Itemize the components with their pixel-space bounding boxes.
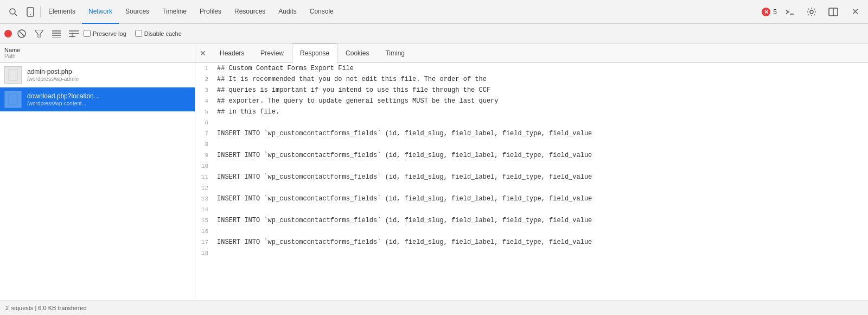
svg-point-0	[10, 9, 15, 14]
table-row: 18	[195, 248, 868, 259]
line-number: 7	[195, 128, 215, 139]
file-item-download[interactable]: download.php?location... /wordpress/wp-c…	[0, 87, 195, 112]
dock-icon[interactable]	[825, 3, 842, 21]
line-code: ## exporter. The query to update general…	[215, 96, 868, 106]
tab-console[interactable]: Console	[303, 0, 340, 24]
tab-elements[interactable]: Elements	[42, 0, 82, 24]
line-code	[215, 161, 868, 172]
sub-tabs: ✕ Headers Preview Response Cookies Timin…	[195, 43, 868, 63]
code-view[interactable]: 1## Custom Contact Forms Export File2## …	[195, 63, 868, 300]
line-code: ## queries is important if you intend to…	[215, 85, 868, 96]
line-code: INSERT INTO `wp_customcontactforms_field…	[215, 172, 868, 182]
sub-tab-timing[interactable]: Timing	[377, 43, 413, 63]
line-code: ## Custom Contact Forms Export File	[215, 63, 868, 74]
view-list-button[interactable]	[49, 26, 64, 41]
line-code	[215, 117, 868, 128]
line-number: 8	[195, 139, 215, 150]
code-table: 1## Custom Contact Forms Export File2## …	[195, 63, 868, 259]
preserve-log-checkbox[interactable]	[84, 30, 91, 37]
main-toolbar: Elements Network Sources Timeline Profil…	[0, 0, 868, 24]
toolbar-right: ✕ 5 ✕	[761, 3, 864, 21]
record-button[interactable]	[4, 30, 12, 37]
svg-marker-12	[35, 30, 43, 37]
sub-tab-preview[interactable]: Preview	[252, 43, 292, 63]
file-header: Name Path	[0, 43, 195, 63]
search-icon[interactable]	[4, 3, 22, 21]
line-number: 6	[195, 117, 215, 128]
file-icon-admin-post	[4, 66, 22, 84]
console-prompt-icon[interactable]	[781, 3, 799, 21]
sub-tab-cookies[interactable]: Cookies	[337, 43, 377, 63]
tab-profiles[interactable]: Profiles	[193, 0, 228, 24]
sub-tab-headers[interactable]: Headers	[212, 43, 252, 63]
line-code	[215, 204, 868, 215]
file-path-admin-post: /wordpress/wp-admin	[27, 76, 79, 82]
sub-tab-response[interactable]: Response	[292, 43, 337, 63]
table-row: 8	[195, 139, 868, 150]
line-code: INSERT INTO `wp_customcontactforms_field…	[215, 150, 868, 161]
right-panel: ✕ Headers Preview Response Cookies Timin…	[195, 43, 868, 300]
svg-text:✕: ✕	[764, 9, 769, 15]
table-row: 15INSERT INTO `wp_customcontactforms_fie…	[195, 215, 868, 226]
svg-point-7	[810, 10, 813, 14]
table-row: 3## queries is important if you intend t…	[195, 85, 868, 96]
table-row: 4## exporter. The query to update genera…	[195, 96, 868, 106]
line-number: 9	[195, 150, 215, 161]
main-content: Name Path admin-post.php /wordpress/wp-a…	[0, 43, 868, 300]
line-number: 3	[195, 85, 215, 96]
file-path-download: /wordpress/wp-content...	[27, 100, 99, 106]
preserve-view-button[interactable]	[66, 26, 81, 41]
table-row: 1## Custom Contact Forms Export File	[195, 63, 868, 74]
table-row: 16	[195, 226, 868, 237]
table-row: 10	[195, 161, 868, 172]
line-number: 4	[195, 96, 215, 106]
settings-icon[interactable]	[803, 3, 820, 21]
file-info-admin-post: admin-post.php /wordpress/wp-admin	[27, 68, 79, 82]
tab-audits[interactable]: Audits	[272, 0, 303, 24]
line-code	[215, 226, 868, 237]
tab-sources[interactable]: Sources	[119, 0, 156, 24]
close-panel-button[interactable]: ✕	[200, 49, 206, 58]
clear-button[interactable]	[14, 26, 29, 41]
table-row: 13INSERT INTO `wp_customcontactforms_fie…	[195, 193, 868, 204]
line-number: 12	[195, 182, 215, 193]
filter-button[interactable]	[31, 26, 47, 41]
table-row: 5## in this file.	[195, 106, 868, 117]
svg-rect-21	[9, 70, 17, 80]
tab-network[interactable]: Network	[82, 0, 119, 24]
line-number: 16	[195, 226, 215, 237]
tab-timeline[interactable]: Timeline	[156, 0, 193, 24]
mobile-icon[interactable]	[22, 3, 39, 21]
table-row: 14	[195, 204, 868, 215]
line-code	[215, 182, 868, 193]
svg-line-11	[20, 32, 24, 36]
line-code: INSERT INTO `wp_customcontactforms_field…	[215, 237, 868, 248]
table-row: 11INSERT INTO `wp_customcontactforms_fie…	[195, 172, 868, 182]
line-number: 11	[195, 172, 215, 182]
disable-cache-label[interactable]: Disable cache	[135, 30, 182, 37]
disable-cache-checkbox[interactable]	[135, 30, 142, 37]
preserve-log-label[interactable]: Preserve log	[84, 30, 126, 37]
line-number: 13	[195, 193, 215, 204]
line-number: 2	[195, 74, 215, 85]
file-icon-download	[4, 91, 22, 108]
table-row: 9INSERT INTO `wp_customcontactforms_fiel…	[195, 150, 868, 161]
header-path-label: Path	[4, 53, 20, 59]
line-code	[215, 139, 868, 150]
file-item-admin-post[interactable]: admin-post.php /wordpress/wp-admin	[0, 63, 195, 87]
file-name-admin-post: admin-post.php	[27, 68, 79, 75]
close-icon[interactable]: ✕	[846, 3, 864, 21]
error-circle-icon: ✕	[761, 7, 771, 17]
table-row: 6	[195, 117, 868, 128]
tab-resources[interactable]: Resources	[228, 0, 272, 24]
line-number: 10	[195, 161, 215, 172]
line-code: ## in this file.	[215, 106, 868, 117]
left-panel: Name Path admin-post.php /wordpress/wp-a…	[0, 43, 195, 300]
file-list: admin-post.php /wordpress/wp-admin downl…	[0, 63, 195, 300]
svg-line-1	[15, 14, 17, 16]
line-number: 17	[195, 237, 215, 248]
network-toolbar: Preserve log Disable cache	[0, 24, 868, 43]
table-row: 17INSERT INTO `wp_customcontactforms_fie…	[195, 237, 868, 248]
line-number: 5	[195, 106, 215, 117]
tab-separator	[40, 7, 41, 17]
